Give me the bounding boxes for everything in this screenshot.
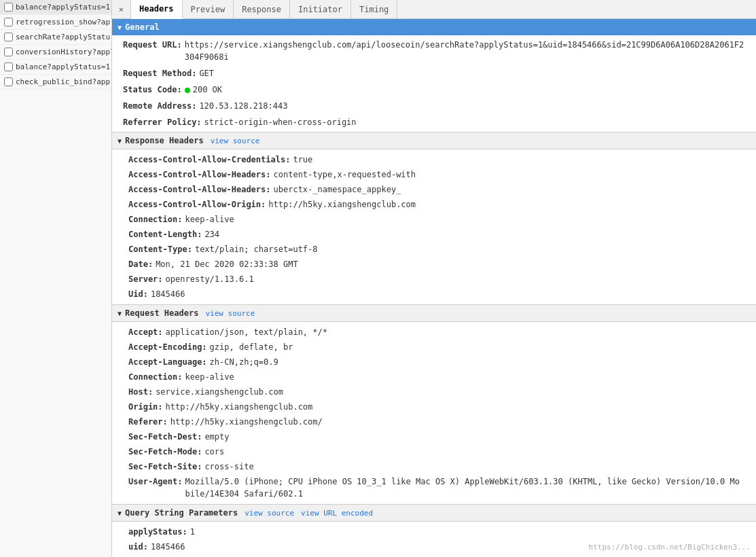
header-name: Accept-Encoding: <box>128 341 207 353</box>
request-headers-view-source-link[interactable]: view source <box>205 309 255 318</box>
header-value: text/plain; charset=utf-8 <box>195 243 318 255</box>
tab-tab-response[interactable]: Response <box>234 0 290 19</box>
sidebar-checkbox-3[interactable] <box>4 33 13 41</box>
query-string-section: ▼ Query String Parameters view source vi… <box>112 504 756 557</box>
info-label: Remote Address: <box>123 100 196 112</box>
request-headers-section-header[interactable]: ▼ Request Headers view source <box>112 304 756 322</box>
header-name: Access-Control-Allow-Origin: <box>128 198 266 211</box>
header-value: http://h5ky.xiangshengclub.com/ <box>170 416 323 428</box>
sidebar-item-5[interactable]: balance?applyStatus=1... <box>0 60 111 75</box>
request-header-row: Accept:application/json, text/plain, */* <box>112 325 756 340</box>
header-name: Server: <box>128 273 163 285</box>
response-headers-content: Access-Control-Allow-Credentials:trueAcc… <box>112 149 756 304</box>
sidebar-checkbox-6[interactable] <box>4 77 13 86</box>
general-section-header[interactable]: ▼ General <box>112 19 756 35</box>
sidebar-item-2[interactable]: retrogression_show?ap... <box>0 15 111 30</box>
response-headers-view-source-link[interactable]: view source <box>211 137 260 145</box>
query-string-triangle-icon: ▼ <box>118 509 122 517</box>
response-header-row: Access-Control-Allow-Headers:uberctx-_na… <box>112 182 756 197</box>
main-panel: × HeadersPreviewResponseInitiatorTiming … <box>112 0 756 557</box>
info-value: https://service.xiangshengclub.com/api/l… <box>185 39 745 63</box>
general-row: Referrer Policy:strict-origin-when-cross… <box>112 114 756 130</box>
general-triangle-icon: ▼ <box>118 24 122 31</box>
sidebar-item-6[interactable]: check_public_bind?app... <box>0 75 111 90</box>
info-label: Request URL: <box>123 39 182 63</box>
query-string-label: Query String Parameters <box>125 508 238 518</box>
header-value: Mon, 21 Dec 2020 02:33:38 GMT <box>156 258 298 270</box>
header-value: service.xiangshengclub.com <box>156 386 283 398</box>
request-header-row: Sec-Fetch-Dest:empty <box>112 429 756 444</box>
response-headers-section-header[interactable]: ▼ Response Headers view source <box>112 132 756 149</box>
general-section-label: General <box>125 22 160 32</box>
header-name: Connection: <box>128 213 182 226</box>
header-value: application/json, text/plain, */* <box>166 326 327 338</box>
sidebar: balance?applyStatus=1...retrogression_sh… <box>0 0 112 557</box>
response-header-row: Content-Length:234 <box>112 227 756 242</box>
sidebar-item-label-6: check_public_bind?app... <box>16 77 111 86</box>
info-value: GET <box>199 67 214 79</box>
status-dot-icon <box>185 88 190 93</box>
query-string-row: uid:1845466 <box>112 539 756 554</box>
sidebar-item-4[interactable]: conversionHistory?appl... <box>0 45 111 60</box>
header-name: Uid: <box>128 288 148 300</box>
header-value: http://h5ky.xiangshengclub.com <box>166 401 313 413</box>
response-headers-label: Response Headers <box>125 136 204 145</box>
response-headers-section: ▼ Response Headers view source Access-Co… <box>112 132 756 304</box>
header-name: Sec-Fetch-Site: <box>128 461 202 473</box>
qs-param-name: applyStatus: <box>128 526 187 538</box>
header-name: Sec-Fetch-Dest: <box>128 431 202 443</box>
header-value: uberctx-_namespace_appkey_ <box>274 183 401 196</box>
sidebar-item-label-2: retrogression_show?ap... <box>16 18 111 26</box>
request-header-row: User-Agent:Mozilla/5.0 (iPhone; CPU iPho… <box>112 474 756 501</box>
response-header-row: Content-Type:text/plain; charset=utf-8 <box>112 242 756 257</box>
header-name: Content-Length: <box>128 228 202 240</box>
sidebar-item-label-5: balance?applyStatus=1... <box>16 62 111 71</box>
request-headers-label: Request Headers <box>125 308 198 318</box>
response-header-row: Access-Control-Allow-Headers:content-typ… <box>112 167 756 182</box>
request-header-row: Accept-Language:zh-CN,zh;q=0.9 <box>112 355 756 370</box>
header-name: Accept: <box>128 326 163 338</box>
header-name: Sec-Fetch-Mode: <box>128 446 202 458</box>
sidebar-checkbox-4[interactable] <box>4 48 13 56</box>
header-name: Access-Control-Allow-Headers: <box>128 168 271 181</box>
query-string-view-encoded-link[interactable]: view URL encoded <box>301 509 373 518</box>
header-name: Date: <box>128 258 153 270</box>
header-value: Mozilla/5.0 (iPhone; CPU iPhone OS 10_3_… <box>185 475 740 500</box>
response-header-row: Access-Control-Allow-Origin:http://h5ky.… <box>112 197 756 212</box>
header-value: gzip, deflate, br <box>210 341 293 353</box>
header-value: zh-CN,zh;q=0.9 <box>210 356 278 368</box>
close-tab-button[interactable]: × <box>112 0 131 19</box>
query-string-section-header[interactable]: ▼ Query String Parameters view source vi… <box>112 504 756 522</box>
header-value: http://h5ky.xiangshengclub.com <box>268 198 416 211</box>
tab-tab-headers[interactable]: Headers <box>131 0 183 19</box>
header-value: keep-alive <box>185 371 234 383</box>
tab-tab-timing[interactable]: Timing <box>351 0 397 19</box>
request-header-row: Sec-Fetch-Mode:cors <box>112 444 756 459</box>
request-headers-section: ▼ Request Headers view source Accept:app… <box>112 304 756 504</box>
sidebar-checkbox-5[interactable] <box>4 62 13 71</box>
sidebar-checkbox-2[interactable] <box>4 18 13 26</box>
general-row: Request Method:GET <box>112 65 756 82</box>
info-label: Status Code: <box>123 84 182 96</box>
tab-tab-preview[interactable]: Preview <box>183 0 234 19</box>
info-value: 200 OK <box>185 84 222 96</box>
header-name: Content-Type: <box>128 243 192 255</box>
tabs-bar: × HeadersPreviewResponseInitiatorTiming <box>112 0 756 19</box>
sidebar-item-label-3: searchRate?applyStatu... <box>16 33 111 41</box>
request-header-row: Referer:http://h5ky.xiangshengclub.com/ <box>112 414 756 429</box>
response-header-row: Server:openresty/1.13.6.1 <box>112 272 756 287</box>
tab-tab-initiator[interactable]: Initiator <box>290 0 351 19</box>
sidebar-item-1[interactable]: balance?applyStatus=1... <box>0 0 111 15</box>
header-name: Access-Control-Allow-Credentials: <box>128 154 290 166</box>
general-row: Request URL:https://service.xiangshengcl… <box>112 37 756 65</box>
sidebar-item-3[interactable]: searchRate?applyStatu... <box>0 30 111 45</box>
sidebar-checkbox-1[interactable] <box>4 3 13 12</box>
query-string-view-source-link[interactable]: view source <box>245 509 294 518</box>
response-headers-triangle-icon: ▼ <box>118 137 122 145</box>
header-value: true <box>293 154 312 166</box>
response-header-row: Connection:keep-alive <box>112 212 756 227</box>
header-name: Referer: <box>128 416 168 428</box>
response-header-row: Date:Mon, 21 Dec 2020 02:33:38 GMT <box>112 257 756 272</box>
header-name: Host: <box>128 386 153 398</box>
header-name: Origin: <box>128 401 163 413</box>
